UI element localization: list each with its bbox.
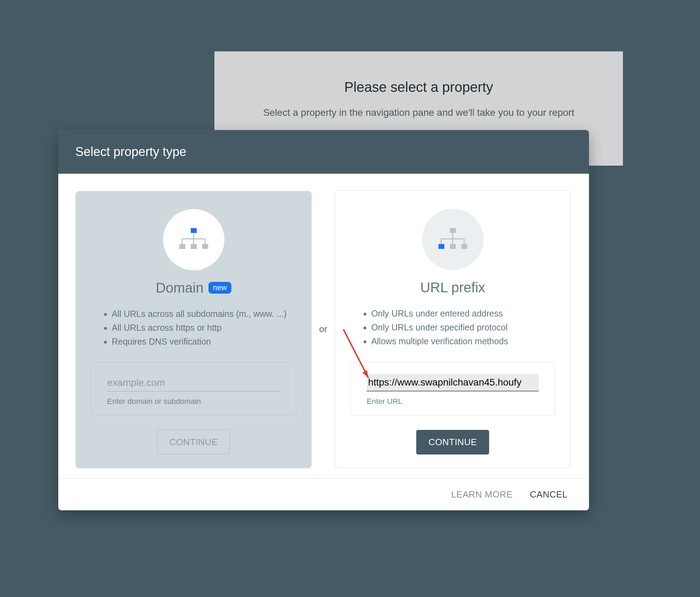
list-item: Only URLs under specified protocol — [371, 320, 555, 334]
background-title: Please select a property — [215, 79, 623, 95]
domain-feature-list: All URLs across all subdomains (m., www.… — [91, 307, 296, 348]
svg-rect-17 — [461, 244, 467, 249]
dialog-title: Select property type — [75, 145, 572, 159]
list-item: All URLs across https or http — [112, 321, 296, 335]
domain-input[interactable] — [107, 374, 280, 391]
dialog-body: Domain new All URLs across all subdomain… — [58, 174, 589, 478]
svg-rect-7 — [191, 244, 197, 249]
urlprefix-continue-button[interactable]: CONTINUE — [416, 430, 489, 455]
domain-title: Domain — [156, 280, 204, 296]
select-property-type-dialog: Select property type Domain new — [58, 130, 589, 510]
or-separator: or — [319, 324, 327, 335]
background-subtitle: Select a property in the navigation pane… — [215, 107, 623, 118]
list-item: Allows multiple verification methods — [371, 334, 555, 348]
svg-rect-16 — [450, 244, 456, 249]
dialog-header: Select property type — [58, 130, 589, 174]
domain-input-helper: Enter domain or subdomain — [107, 397, 280, 406]
urlprefix-feature-list: Only URLs under entered address Only URL… — [350, 306, 555, 348]
list-item: Only URLs under entered address — [371, 306, 555, 320]
sitemap-icon — [437, 227, 468, 252]
urlprefix-icon-circle — [422, 209, 484, 270]
svg-rect-15 — [438, 244, 444, 249]
urlprefix-input-helper: Enter URL — [367, 397, 539, 406]
domain-input-box: Enter domain or subdomain — [91, 362, 296, 415]
list-item: All URLs across all subdomains (m., www.… — [112, 307, 296, 321]
url-prefix-option-card[interactable]: URL prefix Only URLs under entered addre… — [335, 190, 571, 468]
domain-option-card[interactable]: Domain new All URLs across all subdomain… — [76, 191, 311, 468]
url-input[interactable] — [367, 374, 539, 391]
urlprefix-title: URL prefix — [420, 280, 485, 295]
list-item: Requires DNS verification — [112, 335, 296, 348]
learn-more-button[interactable]: LEARN MORE — [451, 489, 513, 500]
svg-rect-8 — [202, 244, 208, 249]
urlprefix-input-box: Enter URL — [350, 362, 555, 415]
urlprefix-title-row: URL prefix — [420, 280, 485, 295]
svg-rect-9 — [450, 228, 456, 233]
new-badge: new — [208, 282, 231, 294]
domain-icon-circle — [163, 209, 224, 270]
svg-rect-6 — [179, 244, 185, 249]
sitemap-icon — [178, 227, 209, 252]
dialog-footer: LEARN MORE CANCEL — [58, 478, 589, 510]
domain-continue-button[interactable]: CONTINUE — [157, 430, 230, 455]
domain-title-row: Domain new — [156, 280, 231, 296]
svg-rect-0 — [191, 228, 197, 233]
cancel-button[interactable]: CANCEL — [530, 489, 567, 500]
